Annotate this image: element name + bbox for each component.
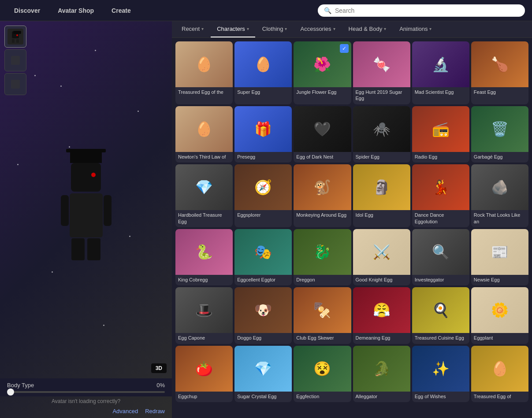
slider-thumb[interactable]	[7, 388, 14, 396]
item-label-32: Sugar Crystal Egg	[234, 392, 292, 402]
item-label-1: Treasured Egg of the	[175, 87, 233, 98]
avatar-actions: Advanced Redraw	[0, 406, 172, 418]
tab-recent[interactable]: Recent ▾	[175, 21, 210, 37]
item-image-18: 🪨	[471, 164, 528, 210]
grid-item-1[interactable]: 🥚Treasured Egg of the	[175, 41, 233, 104]
search-icon: 🔍	[324, 7, 331, 14]
grid-item-8[interactable]: 🎁Presegg	[234, 106, 292, 163]
item-label-5: Mad Scientist Egg	[412, 87, 469, 98]
tab-clothing[interactable]: Clothing ▾	[256, 21, 294, 37]
grid-item-16[interactable]: 🗿Idol Egg	[353, 164, 410, 227]
grid-item-29[interactable]: 🍳Treasured Cuisine Egg	[412, 287, 469, 344]
item-image-15: 🐒	[294, 164, 351, 210]
item-image-34: 🐊	[353, 346, 410, 392]
item-image-5: 🔬	[412, 41, 469, 87]
item-label-35: Egg of Wishes	[412, 392, 469, 402]
grid-item-18[interactable]: 🪨Rock That Looks Like an	[471, 164, 528, 227]
grid-item-11[interactable]: 📻Radio Egg	[412, 106, 469, 163]
top-nav: Discover Avatar Shop Create 🔍	[0, 0, 532, 21]
item-label-22: Good Knight Egg	[353, 275, 410, 285]
item-image-28: 😤	[353, 287, 410, 333]
item-image-13: 💎	[175, 164, 233, 210]
search-input[interactable]	[335, 7, 519, 14]
grid-item-15[interactable]: 🐒Monkeying Around Egg	[294, 164, 351, 227]
item-image-19: 🐍	[175, 229, 233, 275]
item-label-31: Eggchup	[175, 392, 233, 402]
item-image-17: 💃	[412, 164, 469, 210]
grid-item-24[interactable]: 📰Newsie Egg	[471, 229, 528, 285]
item-image-33: 😵	[294, 346, 351, 392]
advanced-button[interactable]: Advanced	[112, 408, 138, 414]
grid-item-36[interactable]: 🥚Treasured Egg of	[471, 346, 528, 402]
grid-item-2[interactable]: 🥚Super Egg	[234, 41, 292, 104]
search-bar[interactable]: 🔍	[318, 4, 525, 17]
item-label-7: Newton's Third Law of	[175, 152, 233, 163]
item-image-23: 🔍	[412, 229, 469, 275]
tab-characters[interactable]: Characters ▾	[211, 21, 255, 37]
grid-item-32[interactable]: 💎Sugar Crystal Egg	[234, 346, 292, 402]
grid-item-31[interactable]: 🍅Eggchup	[175, 346, 233, 402]
nav-avatar-shop[interactable]: Avatar Shop	[51, 4, 101, 18]
selected-badge-3: ✓	[340, 44, 349, 53]
grid-item-3[interactable]: 🌺✓Jungle Flower Egg	[294, 41, 351, 104]
grid-item-34[interactable]: 🐊Alleggator	[353, 346, 410, 402]
grid-item-21[interactable]: 🐉Dreggon	[294, 229, 351, 285]
redraw-button[interactable]: Redraw	[145, 408, 165, 414]
grid-item-25[interactable]: 🎩Egg Capone	[175, 287, 233, 344]
chevron-down-icon: ▾	[429, 26, 432, 31]
thumb-avatar-main[interactable]	[4, 26, 26, 48]
item-image-36: 🥚	[471, 346, 528, 392]
chevron-down-icon: ▾	[384, 26, 386, 31]
item-label-15: Monkeying Around Egg	[294, 210, 351, 221]
grid-item-20[interactable]: 🎭Eggcellent Eggtor	[234, 229, 292, 285]
items-grid: 🥚Treasured Egg of the🥚Super Egg🌺✓Jungle …	[172, 38, 532, 418]
grid-item-28[interactable]: 😤Demeaning Egg	[353, 287, 410, 344]
thumb-avatar-3[interactable]	[4, 73, 26, 95]
body-type-slider[interactable]	[7, 391, 165, 393]
item-label-29: Treasured Cuisine Egg	[412, 333, 469, 344]
item-image-30: 🌼	[471, 287, 528, 333]
avatar-preview: 3D	[0, 21, 172, 378]
left-panel: 3D Body Type 0% Avatar isn't loading cor…	[0, 21, 172, 418]
item-image-10: 🕷️	[353, 106, 410, 152]
svg-rect-5	[16, 39, 19, 43]
thumb-avatar-2[interactable]	[4, 49, 26, 71]
item-image-16: 🗿	[353, 164, 410, 210]
grid-item-4[interactable]: 🍬Egg Hunt 2019 Sugar Egg	[353, 41, 410, 104]
3d-badge[interactable]: 3D	[151, 363, 167, 373]
item-label-25: Egg Capone	[175, 333, 233, 344]
grid-item-6[interactable]: 🍗Feast Egg	[471, 41, 528, 104]
grid-item-23[interactable]: 🔍Investeggator	[412, 229, 469, 285]
item-label-23: Investeggator	[412, 275, 469, 285]
grid-item-10[interactable]: 🕷️Spider Egg	[353, 106, 410, 163]
grid-item-26[interactable]: 🐶Doggo Egg	[234, 287, 292, 344]
item-image-9: 🖤	[294, 106, 351, 152]
tab-animations[interactable]: Animations ▾	[393, 21, 438, 37]
grid-item-14[interactable]: 🧭Eggsplorer	[234, 164, 292, 227]
body-type-header: Body Type 0%	[7, 382, 165, 388]
body-type-label: Body Type	[7, 382, 34, 388]
grid-item-13[interactable]: 💎Hardboiled Treasure Egg	[175, 164, 233, 227]
item-label-13: Hardboiled Treasure Egg	[175, 210, 233, 227]
grid-item-5[interactable]: 🔬Mad Scientist Egg	[412, 41, 469, 104]
grid-item-22[interactable]: ⚔️Good Knight Egg	[353, 229, 410, 285]
item-image-4: 🍬	[353, 41, 410, 87]
item-image-11: 📻	[412, 106, 469, 152]
grid-item-17[interactable]: 💃Dance Dance Eggolution	[412, 164, 469, 227]
item-image-14: 🧭	[234, 164, 292, 210]
item-label-27: Club Egg Skewer	[294, 333, 351, 344]
grid-item-12[interactable]: 🗑️Garbagé Egg	[471, 106, 528, 163]
grid-item-30[interactable]: 🌼Eggplant	[471, 287, 528, 344]
grid-item-7[interactable]: 🥚Newton's Third Law of	[175, 106, 233, 163]
item-label-4: Egg Hunt 2019 Sugar Egg	[353, 87, 410, 104]
tab-head-body[interactable]: Head & Body ▾	[342, 21, 393, 37]
nav-create[interactable]: Create	[104, 4, 138, 18]
grid-item-27[interactable]: 🍢Club Egg Skewer	[294, 287, 351, 344]
nav-discover[interactable]: Discover	[7, 4, 47, 18]
grid-item-19[interactable]: 🐍King Cobregg	[175, 229, 233, 285]
grid-item-35[interactable]: ✨Egg of Wishes	[412, 346, 469, 402]
tab-accessories[interactable]: Accessories ▾	[294, 21, 341, 37]
chevron-down-icon: ▾	[285, 26, 287, 31]
grid-item-33[interactable]: 😵Eggfection	[294, 346, 351, 402]
grid-item-9[interactable]: 🖤Egg of Dark Nest	[294, 106, 351, 163]
